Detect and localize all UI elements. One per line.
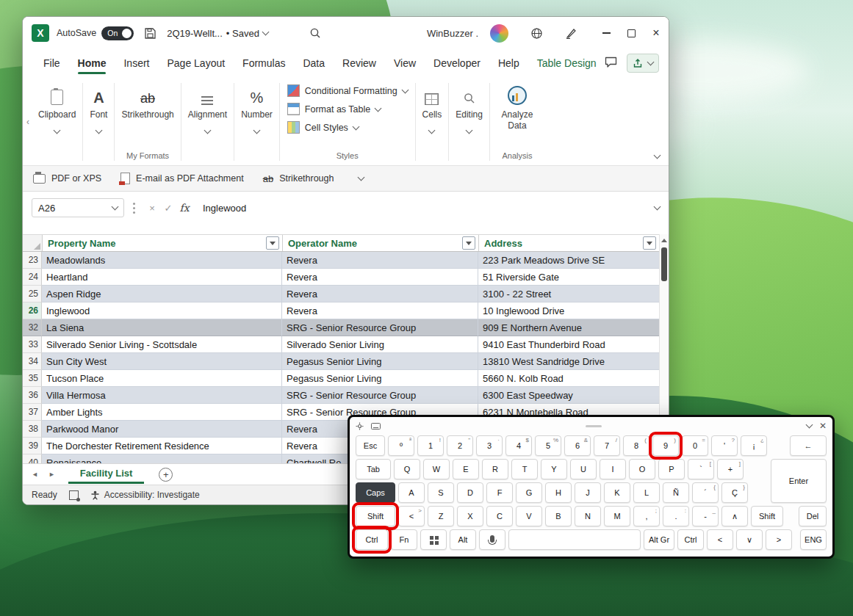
keyboard-drag-handle[interactable] bbox=[381, 425, 807, 427]
search-icon[interactable] bbox=[309, 27, 321, 39]
cell-address[interactable]: 9410 East Thunderbird Road bbox=[478, 336, 660, 353]
cell-address[interactable]: 10 Inglewood Drive bbox=[478, 302, 660, 319]
cancel-button[interactable]: × bbox=[144, 203, 160, 214]
key-space[interactable] bbox=[508, 529, 641, 550]
menu-tab-file[interactable]: File bbox=[36, 51, 68, 76]
cell-operator[interactable]: Silverado Senior Living bbox=[282, 336, 478, 353]
cell-property[interactable]: Meadowlands bbox=[42, 252, 282, 269]
name-box[interactable]: A26 bbox=[32, 198, 124, 217]
key-z[interactable]: Z bbox=[428, 506, 454, 526]
row-header[interactable]: 33 bbox=[23, 336, 42, 353]
menu-tab-help[interactable]: Help bbox=[491, 51, 527, 76]
user-name[interactable]: WinBuzzer . bbox=[427, 28, 478, 39]
key-n[interactable]: N bbox=[575, 506, 601, 526]
key-q[interactable]: Q bbox=[394, 459, 420, 479]
key-d3[interactable]: 3· bbox=[476, 435, 503, 456]
row-header[interactable]: 39 bbox=[23, 438, 42, 454]
row-header[interactable]: 23 bbox=[23, 252, 42, 269]
insert-function-button[interactable]: fx bbox=[176, 202, 192, 214]
key-right[interactable]: > bbox=[766, 529, 792, 550]
cell-property[interactable]: Sun City West bbox=[42, 353, 282, 370]
key-acute[interactable]: ´{ bbox=[692, 482, 719, 503]
cell-property[interactable]: Heartland bbox=[42, 269, 282, 286]
row-header[interactable]: 32 bbox=[23, 319, 42, 336]
cell-address[interactable]: 51 Riverside Gate bbox=[478, 269, 660, 286]
key-esc[interactable]: Esc bbox=[356, 435, 385, 456]
cell-property[interactable]: La Siena bbox=[42, 319, 282, 336]
key-d9[interactable]: 9) bbox=[652, 435, 679, 456]
key-r[interactable]: R bbox=[482, 459, 508, 479]
cell-property[interactable]: Villa Hermosa bbox=[42, 387, 282, 404]
row-header[interactable]: 40 bbox=[23, 454, 42, 463]
key-down[interactable]: ∨ bbox=[736, 529, 763, 550]
ribbon-button-conditional-formatting[interactable]: Conditional Formatting bbox=[284, 81, 411, 100]
menu-tab-home[interactable]: Home bbox=[71, 51, 114, 76]
key-dash[interactable]: -_ bbox=[692, 506, 719, 526]
column-header-address[interactable]: Address bbox=[479, 235, 660, 251]
macro-record-icon[interactable] bbox=[69, 490, 79, 500]
row-header[interactable]: 37 bbox=[23, 404, 42, 421]
avatar[interactable] bbox=[490, 24, 508, 43]
row-header[interactable]: 34 bbox=[23, 353, 42, 370]
menu-tab-view[interactable]: View bbox=[386, 51, 423, 76]
cell-operator[interactable]: Pegasus Senior Living bbox=[282, 370, 478, 387]
key-lt[interactable]: <> bbox=[398, 506, 425, 526]
cell-operator[interactable]: SRG - Senior Resource Group bbox=[282, 387, 478, 404]
ribbon-scroll-left-icon[interactable]: ‹ bbox=[24, 117, 32, 127]
menu-tab-developer[interactable]: Developer bbox=[426, 51, 488, 76]
cell-property[interactable]: Inglewood bbox=[42, 302, 282, 319]
ribbon-button-format-as-table[interactable]: Format as Table bbox=[284, 100, 411, 118]
key-ctrl-r[interactable]: Ctrl bbox=[677, 529, 704, 550]
menu-tab-page-layout[interactable]: Page Layout bbox=[159, 51, 232, 76]
ribbon-group-font[interactable]: A Font bbox=[83, 79, 114, 165]
key-x[interactable]: X bbox=[457, 506, 483, 526]
cell-property[interactable]: Aspen Ridge bbox=[42, 286, 282, 302]
gear-icon[interactable] bbox=[356, 422, 364, 430]
cell-property[interactable]: The Dorchester Retirement Residence bbox=[42, 438, 282, 454]
key-m[interactable]: M bbox=[604, 506, 630, 526]
ribbon-group-editing[interactable]: Editing bbox=[449, 79, 489, 165]
cell-property[interactable]: Parkwood Manor bbox=[42, 421, 282, 438]
cell-operator[interactable]: Revera bbox=[282, 286, 478, 302]
key-k[interactable]: K bbox=[604, 482, 630, 503]
key-eng[interactable]: ENG bbox=[800, 529, 827, 550]
key-d1[interactable]: 1! bbox=[417, 435, 444, 456]
menu-tab-insert[interactable]: Insert bbox=[116, 51, 156, 76]
filter-button[interactable] bbox=[266, 236, 279, 250]
key-ctrl-l[interactable]: Ctrl bbox=[356, 529, 388, 550]
key-fn[interactable]: Fn bbox=[391, 529, 417, 550]
select-all-corner[interactable] bbox=[23, 235, 43, 251]
ink-pen-icon[interactable] bbox=[565, 27, 577, 40]
key-mic[interactable] bbox=[479, 529, 505, 550]
key-d7[interactable]: 7/ bbox=[594, 435, 620, 456]
ribbon-group-cells[interactable]: Cells bbox=[416, 79, 449, 165]
key-p[interactable]: P bbox=[658, 459, 685, 479]
filter-button[interactable] bbox=[462, 236, 475, 250]
row-header[interactable]: 25 bbox=[23, 286, 42, 302]
cell-address[interactable]: 6300 East Speedway bbox=[478, 387, 660, 404]
ribbon-group-alignment[interactable]: Alignment bbox=[181, 79, 234, 165]
globe-icon[interactable] bbox=[530, 27, 543, 40]
cell-address[interactable]: 223 Park Meadows Drive SE bbox=[478, 252, 660, 269]
autosave-toggle[interactable]: On bbox=[101, 26, 134, 40]
key-d2[interactable]: 2" bbox=[447, 435, 473, 456]
key-plus[interactable]: +] bbox=[717, 459, 744, 479]
key-g[interactable]: G bbox=[516, 482, 542, 503]
key-altgr[interactable]: Alt Gr bbox=[644, 529, 674, 550]
maximize-button[interactable] bbox=[619, 21, 644, 46]
key-comma[interactable]: ,; bbox=[633, 506, 660, 526]
cell-address[interactable]: 909 E Northern Avenue bbox=[478, 319, 660, 336]
key-ntilde[interactable]: Ñ bbox=[663, 482, 689, 503]
column-header-property-name[interactable]: Property Name bbox=[43, 235, 283, 251]
key-t[interactable]: T bbox=[511, 459, 538, 479]
minimize-button[interactable] bbox=[594, 21, 619, 46]
cell-operator[interactable]: Revera bbox=[282, 302, 478, 319]
key-c[interactable]: C bbox=[486, 506, 513, 526]
key-h[interactable]: H bbox=[545, 482, 572, 503]
row-header[interactable]: 26 bbox=[23, 302, 42, 319]
cell-address[interactable]: 13810 West Sandridge Drive bbox=[478, 353, 660, 370]
accessibility-status[interactable]: Accessibility: Investigate bbox=[90, 490, 200, 500]
save-sync-icon[interactable] bbox=[144, 27, 156, 40]
key-del[interactable]: Del bbox=[799, 506, 827, 526]
key-alt[interactable]: Alt bbox=[450, 529, 476, 550]
